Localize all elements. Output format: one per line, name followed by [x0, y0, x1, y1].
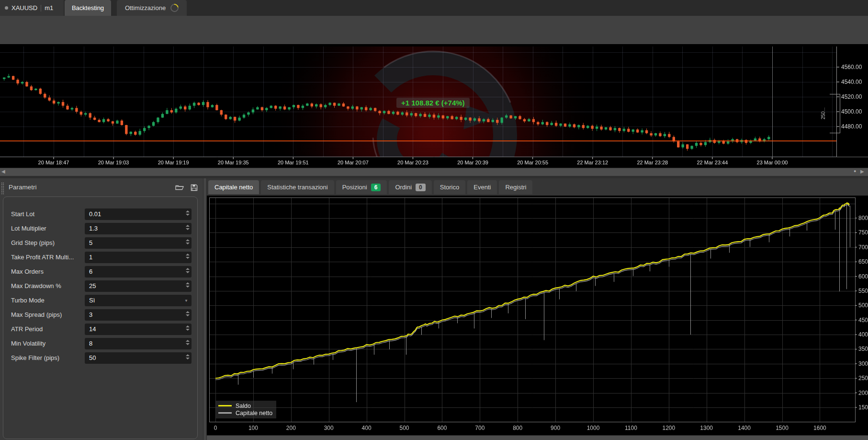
chevron-down-icon: ▼: [184, 299, 188, 303]
tab-posizioni[interactable]: Posizioni 6: [336, 180, 387, 194]
spinner-arrows-icon[interactable]: [186, 268, 190, 273]
spinner-arrows-icon[interactable]: [186, 225, 190, 230]
orders-count-badge: 0: [416, 184, 426, 191]
capitale-netto-line-icon: [218, 412, 232, 414]
open-folder-icon: [175, 184, 184, 191]
spinner-arrows-icon[interactable]: [186, 282, 190, 288]
param-label-atr-period: ATR Period: [11, 325, 83, 333]
bars-count-label: 250...: [821, 93, 827, 133]
param-label-max-spread: Max Spread (pips): [11, 311, 83, 318]
tab-registri[interactable]: Registri: [499, 180, 532, 194]
param-label-lot-multiplier: Lot Multiplier: [11, 225, 83, 232]
divider: [41, 5, 41, 12]
param-input-take-profit-atr[interactable]: 1: [85, 252, 192, 263]
tab-ottimizzazione[interactable]: Ottimizzazione: [117, 0, 187, 16]
equity-chart-canvas: [207, 196, 868, 435]
scroll-dot-icon[interactable]: ●: [854, 169, 856, 174]
param-select-turbo-mode[interactable]: Sì ▼: [85, 295, 192, 306]
results-tab-bar: Capitale netto Statistiche transazioni P…: [208, 180, 532, 194]
loading-spinner-icon: [169, 2, 180, 14]
price-chart-area: +1 108.82 € (+74%) 250... 4460.74: [0, 44, 868, 168]
positions-count-badge: 6: [371, 184, 381, 191]
parameters-title: Parametri: [9, 184, 37, 191]
legend-capitale-netto-label: Capitale netto: [236, 410, 272, 417]
drag-handle-icon[interactable]: [1, 182, 4, 195]
param-input-min-volatility[interactable]: 8: [85, 338, 192, 349]
tab-eventi[interactable]: Eventi: [467, 180, 497, 194]
parameters-panel: Parametri Start Lot 0.01: [0, 178, 203, 440]
tab-storico[interactable]: Storico: [434, 180, 465, 194]
param-input-max-drawdown[interactable]: 25: [85, 280, 192, 292]
tab-statistiche-transazioni[interactable]: Statistiche transazioni: [261, 180, 334, 194]
scroll-left-icon[interactable]: ◀: [1, 169, 5, 174]
toolbar: ⚙ 01/11/2025 ▼ 22/03/2026 ▼ ▶ ■: [0, 16, 868, 30]
floppy-save-icon: [191, 184, 198, 191]
instrument-tab[interactable]: XAUUSD m1: [0, 0, 64, 16]
legend-saldo-label: Saldo: [236, 403, 251, 409]
equity-legend: Saldo Capitale netto: [215, 401, 276, 418]
spinner-arrows-icon[interactable]: [186, 354, 190, 359]
param-label-max-orders: Max Orders: [11, 268, 83, 275]
view-mode-row: ✔ Modalità di visualizzazione 22/03/2026…: [0, 30, 868, 45]
spinner-arrows-icon[interactable]: [186, 210, 190, 216]
scroll-right-icon[interactable]: ▶: [860, 169, 864, 174]
timeframe-label: m1: [45, 4, 53, 12]
tab-capitale-netto[interactable]: Capitale netto: [208, 180, 259, 194]
saldo-line-icon: [218, 405, 232, 406]
instrument-symbol: XAUUSD: [11, 4, 37, 12]
param-input-grid-step[interactable]: 5: [85, 237, 192, 249]
param-label-start-lot: Start Lot: [11, 210, 83, 218]
tab-ordini[interactable]: Ordini 0: [389, 180, 431, 194]
top-tab-bar: XAUUSD m1 Backtesting Ottimizzazione: [0, 0, 868, 16]
save-parameters-button[interactable]: [189, 183, 199, 192]
param-input-spike-filter[interactable]: 50: [85, 352, 192, 364]
param-input-start-lot[interactable]: 0.01: [85, 208, 192, 220]
spinner-arrows-icon[interactable]: [186, 340, 190, 345]
status-dot-icon: [5, 6, 8, 10]
param-input-atr-period[interactable]: 14: [85, 324, 192, 335]
profit-badge: +1 108.82 € (+74%): [396, 98, 470, 108]
tab-backtesting[interactable]: Backtesting: [65, 0, 111, 16]
equity-scrollbar[interactable]: [207, 435, 868, 440]
spinner-arrows-icon[interactable]: [186, 311, 190, 316]
chart-scrollbar[interactable]: [0, 168, 868, 176]
panel-vertical-divider[interactable]: [203, 178, 207, 440]
spinner-arrows-icon[interactable]: [186, 239, 190, 244]
param-label-take-profit-atr: Take Profit ATR Multi...: [11, 254, 83, 261]
spinner-arrows-icon[interactable]: [186, 254, 190, 259]
spinner-arrows-icon[interactable]: [186, 325, 190, 331]
results-panel: Capitale netto Statistiche transazioni P…: [207, 178, 868, 440]
backtesting-app: XAUUSD m1 Backtesting Ottimizzazione ⚙ 0…: [0, 0, 868, 440]
param-label-max-drawdown: Max Drawdown %: [11, 282, 83, 289]
param-input-lot-multiplier[interactable]: 1.3: [85, 223, 192, 234]
param-input-max-spread[interactable]: 3: [85, 309, 192, 321]
param-label-spike-filter: Spike Filter (pips): [11, 354, 83, 361]
param-label-min-volatility: Min Volatility: [11, 340, 83, 347]
load-parameters-button[interactable]: [174, 183, 185, 192]
param-label-grid-step: Grid Step (pips): [11, 239, 83, 246]
bars-count-bracket: [830, 94, 840, 133]
param-input-max-orders[interactable]: 6: [85, 266, 192, 278]
param-label-turbo-mode: Turbo Mode: [11, 297, 83, 304]
parameters-card: Start Lot 0.01 Lot Multiplier 1.3 Grid S…: [3, 197, 198, 439]
